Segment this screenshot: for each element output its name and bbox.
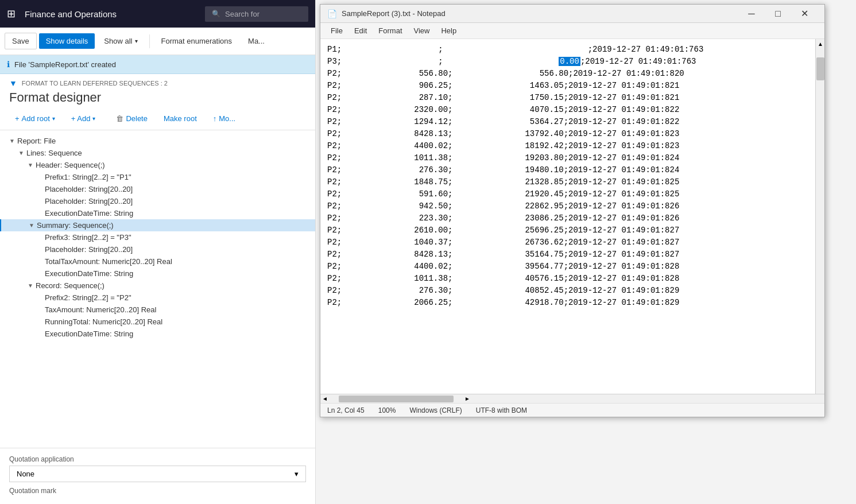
tree-label-lines-sequence: Lines: Sequence xyxy=(26,149,82,157)
tree-item-report-file[interactable]: Report: File xyxy=(0,135,315,147)
tree-item-placeholder2[interactable]: Placeholder: String[20..20] xyxy=(0,195,315,207)
quotation-section: Quotation application None ▾ xyxy=(9,455,306,482)
tree-label-placeholder1: Placeholder: String[20..20] xyxy=(45,185,133,193)
line-ending: Windows (CRLF) xyxy=(409,406,462,414)
encoding: UTF-8 with BOM xyxy=(476,406,527,414)
horizontal-scrollbar[interactable]: ◄ ► xyxy=(320,394,824,403)
quotation-application-label: Quotation application xyxy=(9,455,306,463)
menu-help[interactable]: Help xyxy=(435,24,462,37)
menu-view[interactable]: View xyxy=(408,24,436,37)
add-root-chevron-icon: ▾ xyxy=(52,115,55,122)
tree-item-execdate1[interactable]: ExecutionDateTime: String xyxy=(0,207,315,219)
tree-label-header-sequence: Header: Sequence(;) xyxy=(36,161,105,169)
tree-label-prefix3: Prefix3: String[2..2] = "P3" xyxy=(45,233,131,242)
show-details-button[interactable]: Show details xyxy=(39,33,95,49)
text-line-3: P2; 906.25; 1463.05;2019-12-27 01:49:01:… xyxy=(327,81,679,90)
maximize-button[interactable]: □ xyxy=(765,5,791,23)
tree-item-placeholder3[interactable]: Placeholder: String[20..20] xyxy=(0,243,315,255)
tree-item-execdate2[interactable]: ExecutionDateTime: String xyxy=(0,267,315,280)
designer-toolbar: + Add root ▾ + Add ▾ 🗑 Delete Make root … xyxy=(0,107,315,130)
more-button[interactable]: Ma... xyxy=(241,33,272,49)
notepad-statusbar: Ln 2, Col 45 100% Windows (CRLF) UTF-8 w… xyxy=(320,403,824,417)
cursor-position: Ln 2, Col 45 xyxy=(327,406,365,414)
tree-item-execdate3[interactable]: ExecutionDateTime: String xyxy=(0,328,315,340)
info-icon: ℹ xyxy=(7,60,10,69)
filter-icon[interactable]: ▼ xyxy=(9,79,17,88)
add-root-button[interactable]: + Add root ▾ xyxy=(9,112,61,125)
notepad-content[interactable]: P1; ; ;2019-12-27 01:49:01:763 P3; ; 0.0… xyxy=(320,39,824,394)
tree-label-execdate3: ExecutionDateTime: String xyxy=(45,329,133,338)
tree-item-prefix3[interactable]: Prefix3: String[2..2] = "P3" xyxy=(0,231,315,243)
highlighted-text: 0.00 xyxy=(559,57,580,66)
move-button[interactable]: ↑ Mo... xyxy=(207,112,241,125)
tree-item-prefix1[interactable]: Prefix1: String[2..2] = "P1" xyxy=(0,171,315,183)
text-line-4: P2; 287.10; 1750.15;2019-12-27 01:49:01:… xyxy=(327,93,679,102)
text-line-13: P2; 942.50; 22862.95;2019-12-27 01:49:01… xyxy=(327,201,679,211)
minimize-button[interactable]: ─ xyxy=(738,5,765,23)
notepad-menubar: FileEditFormatViewHelp xyxy=(320,23,824,39)
tree-item-summary-sequence[interactable]: Summary: Sequence(;) xyxy=(0,219,315,231)
notepad-icon: 📄 xyxy=(327,9,337,18)
text-line-12: P2; 591.60; 21920.45;2019-12-27 01:49:01… xyxy=(327,189,679,199)
add-button[interactable]: + Add ▾ xyxy=(65,112,102,125)
designer-area: ▼ FORMAT TO LEARN DEFERRED SEQUENCES : 2… xyxy=(0,74,315,504)
text-line-7: P2; 8428.13; 13792.40;2019-12-27 01:49:0… xyxy=(327,129,679,138)
info-bar: ℹ File 'SampleReport.txt' created xyxy=(0,55,315,74)
tree-label-report-file: Report: File xyxy=(17,137,56,145)
tree-item-record-sequence[interactable]: Record: Sequence(;) xyxy=(0,280,315,292)
vertical-scrollbar[interactable]: ▲ xyxy=(815,39,824,394)
tree-label-prefix1: Prefix1: String[2..2] = "P1" xyxy=(45,173,131,181)
scroll-left-arrow[interactable]: ◄ xyxy=(320,394,330,404)
tree-label-execdate1: ExecutionDateTime: String xyxy=(45,209,133,218)
notepad-title: SampleReport (3).txt - Notepad xyxy=(342,9,734,18)
delete-button[interactable]: 🗑 Delete xyxy=(110,112,153,125)
hscrollbar-thumb[interactable] xyxy=(339,396,454,402)
text-line-20: P2; 276.30; 40852.45;2019-12-27 01:49:01… xyxy=(327,286,679,295)
quotation-mark-label: Quotation mark xyxy=(9,487,306,495)
scrollbar-thumb[interactable] xyxy=(816,57,824,80)
select-chevron-icon: ▾ xyxy=(295,470,299,478)
text-line-2: P2; 556.80; 556.80;2019-12-27 01:49:01:8… xyxy=(327,69,684,78)
menu-edit[interactable]: Edit xyxy=(348,24,373,37)
notepad-text[interactable]: P1; ; ;2019-12-27 01:49:01:763 P3; ; 0.0… xyxy=(320,39,824,394)
tree-container[interactable]: Report: FileLines: SequenceHeader: Seque… xyxy=(0,130,315,448)
tree-label-summary-sequence: Summary: Sequence(;) xyxy=(37,221,114,230)
tree-item-header-sequence[interactable]: Header: Sequence(;) xyxy=(0,159,315,171)
tree-item-taxamount[interactable]: TaxAmount: Numeric[20..20] Real xyxy=(0,304,315,316)
grid-icon[interactable]: ⊞ xyxy=(7,7,16,20)
text-line-16: P2; 1040.37; 26736.62;2019-12-27 01:49:0… xyxy=(327,238,679,247)
tree-label-totaltaxamount: TotalTaxAmount: Numeric[20..20] Real xyxy=(45,257,172,266)
top-bar: ⊞ Finance and Operations 🔍 Search for xyxy=(0,0,315,28)
toolbar: Save Show details Show all ▾ Format enum… xyxy=(0,28,315,55)
tree-item-lines-sequence[interactable]: Lines: Sequence xyxy=(0,147,315,159)
notepad-window: 📄 SampleReport (3).txt - Notepad ─ □ ✕ F… xyxy=(320,4,825,417)
text-line-0: P1; ; ;2019-12-27 01:49:01:763 xyxy=(327,45,703,54)
search-bar[interactable]: 🔍 Search for xyxy=(205,6,308,22)
tree-item-runningtotal[interactable]: RunningTotal: Numeric[20..20] Real xyxy=(0,316,315,328)
text-line-6: P2; 1294.12; 5364.27;2019-12-27 01:49:01… xyxy=(327,117,679,126)
info-message: File 'SampleReport.txt' created xyxy=(14,60,116,69)
text-line-17: P2; 8428.13; 35164.75;2019-12-27 01:49:0… xyxy=(327,250,679,259)
menu-format[interactable]: Format xyxy=(373,24,408,37)
text-line-11: P2; 1848.75; 21328.85;2019-12-27 01:49:0… xyxy=(327,177,679,187)
app-title: Finance and Operations xyxy=(25,9,196,19)
bottom-panel: Quotation application None ▾ Quotation m… xyxy=(0,448,315,504)
designer-subtitle: FORMAT TO LEARN DEFERRED SEQUENCES : 2 xyxy=(22,80,168,87)
scroll-right-arrow[interactable]: ► xyxy=(463,394,472,404)
tree-item-prefix2[interactable]: Prefix2: String[2..2] = "P2" xyxy=(0,292,315,304)
quotation-application-select[interactable]: None ▾ xyxy=(9,466,306,482)
tree-label-prefix2: Prefix2: String[2..2] = "P2" xyxy=(45,293,131,302)
text-line-15: P2; 2610.00; 25696.25;2019-12-27 01:49:0… xyxy=(327,226,679,235)
add-chevron-icon: ▾ xyxy=(92,115,95,122)
show-all-button[interactable]: Show all ▾ xyxy=(97,33,144,49)
make-root-button[interactable]: Make root xyxy=(158,112,203,125)
format-enumerations-button[interactable]: Format enumerations xyxy=(154,33,239,49)
scroll-up-arrow[interactable]: ▲ xyxy=(816,39,824,48)
menu-file[interactable]: File xyxy=(325,24,348,37)
close-button[interactable]: ✕ xyxy=(791,5,818,23)
text-line-1: P3; ; 0.00;2019-12-27 01:49:01:763 xyxy=(327,57,696,66)
tree-item-placeholder1[interactable]: Placeholder: String[20..20] xyxy=(0,183,315,195)
tree-item-totaltaxamount[interactable]: TotalTaxAmount: Numeric[20..20] Real xyxy=(0,255,315,267)
save-button[interactable]: Save xyxy=(5,33,37,49)
chevron-down-icon: ▾ xyxy=(135,38,138,44)
